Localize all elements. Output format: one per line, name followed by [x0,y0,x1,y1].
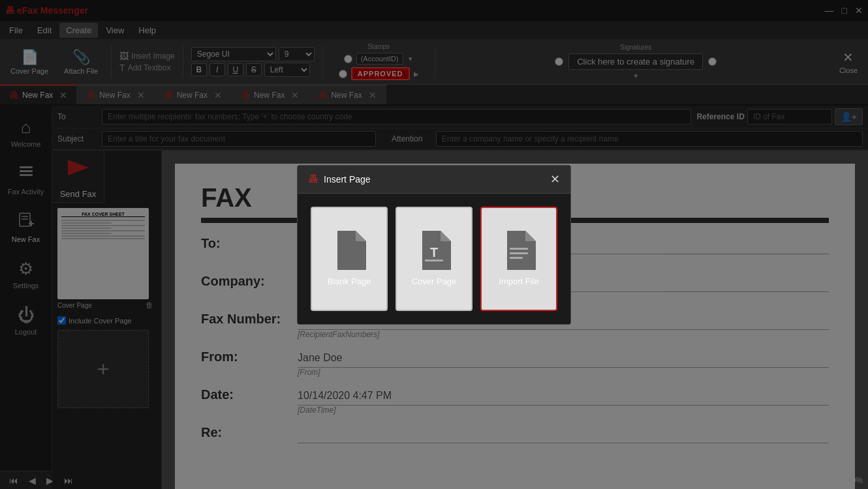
import-file-icon [502,231,536,270]
modal-overlay: 🖷 Insert Page ✕ Blank Page T [0,0,868,489]
modal-title: 🖷 Insert Page [308,173,371,185]
svg-rect-11 [510,248,528,250]
svg-rect-10 [425,259,443,261]
blank-page-icon [332,231,366,270]
modal-title-text: Insert Page [324,174,371,185]
modal-title-icon: 🖷 [308,173,318,185]
blank-page-label: Blank Page [328,276,371,286]
modal-body: Blank Page T Cover Page [298,194,570,324]
svg-rect-12 [510,252,528,254]
import-file-option[interactable]: Import File [480,207,557,311]
insert-page-modal: 🖷 Insert Page ✕ Blank Page T [297,165,571,325]
svg-rect-13 [510,257,523,259]
cover-page-option[interactable]: T Cover Page [395,207,473,311]
modal-header: 🖷 Insert Page ✕ [298,166,570,194]
import-file-label: Import File [499,276,538,286]
cover-page-label: Cover Page [412,276,457,286]
svg-text:T: T [430,245,438,259]
blank-page-option[interactable]: Blank Page [311,207,388,311]
cover-page-icon: T [417,231,451,270]
modal-close-button[interactable]: ✕ [550,172,560,186]
